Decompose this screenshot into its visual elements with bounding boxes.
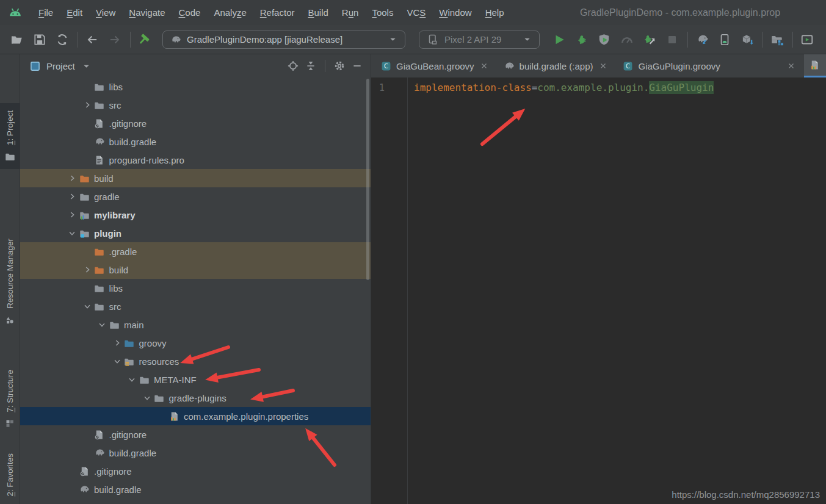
chevron-right-icon[interactable]	[65, 174, 79, 182]
close-icon[interactable]	[786, 61, 796, 71]
build-hammer-button[interactable]	[136, 31, 153, 48]
close-icon[interactable]	[479, 61, 489, 71]
sdk-manager-button[interactable]	[739, 31, 756, 48]
tree-item-label: .gradle	[109, 247, 137, 257]
chevron-right-icon[interactable]	[65, 211, 79, 219]
attach-debugger-button[interactable]	[641, 31, 658, 48]
chevron-down-icon[interactable]	[81, 302, 94, 311]
tree-item-main[interactable]: main	[20, 315, 371, 334]
chevron-right-icon[interactable]	[81, 265, 94, 274]
tree-item-libs[interactable]: libs	[20, 279, 371, 297]
sync-icon	[56, 33, 69, 46]
back-button[interactable]	[84, 31, 101, 48]
menu-view[interactable]: View	[89, 7, 122, 18]
project-structure-button[interactable]	[769, 31, 786, 48]
tree-item-gradle-plugins[interactable]: gradle-plugins	[20, 389, 371, 407]
menu-navigate[interactable]: Navigate	[122, 7, 172, 18]
tree-item-label: .gitignore	[109, 430, 147, 440]
tool-window-tab-project[interactable]: 1: Project	[0, 103, 20, 169]
project-scrollbar-thumb[interactable]	[366, 79, 369, 280]
running-devices-button[interactable]	[799, 31, 816, 48]
tree-item--gitignore[interactable]: .gitignore	[20, 114, 371, 132]
window-title: GradlePluginDemo - com.example.plugin.pr…	[580, 0, 780, 25]
collapse-all-icon[interactable]	[305, 60, 317, 72]
tool-window-tab-resource-manager[interactable]: Resource Manager	[0, 231, 20, 332]
chevron-down-icon[interactable]	[82, 62, 91, 71]
menu-file[interactable]: File	[32, 7, 60, 18]
chevron-down-icon[interactable]	[140, 394, 154, 402]
tree-item-label: resources	[139, 356, 179, 367]
editor-tab-build-gradle-app-[interactable]: build.gradle (:app)	[496, 54, 615, 77]
tree-item-mylibrary[interactable]: mylibrary	[20, 206, 371, 224]
tool-window-tab-structure[interactable]: 7: Structure	[0, 362, 20, 436]
chevron-down-icon[interactable]	[125, 375, 139, 384]
menu-window[interactable]: Window	[432, 7, 478, 18]
tree-item[interactable]	[20, 499, 371, 504]
chevron-down-icon[interactable]	[65, 229, 79, 237]
chevron-down-icon[interactable]	[95, 320, 109, 329]
tool-window-tab-favorites[interactable]: 2: Favorites	[0, 446, 20, 504]
hide-panel-icon[interactable]	[351, 60, 363, 72]
settings-gear-icon[interactable]	[333, 60, 346, 72]
menu-build[interactable]: Build	[301, 7, 335, 18]
tree-item-build-gradle[interactable]: build.gradle	[20, 444, 371, 462]
tree-item--gitignore[interactable]: .gitignore	[20, 462, 371, 480]
coverage-button[interactable]	[596, 31, 613, 48]
tree-item--gradle[interactable]: .gradle	[20, 242, 371, 261]
menu-analyze[interactable]: Analyze	[207, 7, 253, 18]
code-line[interactable]: implementation-class=com.example.plugin.…	[408, 77, 714, 504]
debug-button[interactable]	[573, 31, 590, 48]
tool-window-strip: 1: ProjectResource Manager7: Structure2:…	[0, 54, 20, 504]
tree-item-resources[interactable]: resources	[20, 352, 371, 370]
menu-run[interactable]: Run	[335, 7, 366, 18]
run-button[interactable]	[551, 31, 568, 48]
menu-edit[interactable]: Edit	[60, 7, 89, 18]
close-icon[interactable]	[598, 61, 608, 71]
tree-item-label: libs	[109, 283, 123, 293]
menu-help[interactable]: Help	[479, 7, 511, 18]
open-project-button[interactable]	[9, 31, 26, 48]
chevron-right-icon[interactable]	[81, 101, 94, 109]
tree-item-build[interactable]: build	[20, 169, 371, 187]
tree-item-src[interactable]: src	[20, 96, 371, 114]
menu-code[interactable]: Code	[172, 7, 208, 18]
run-configuration-select[interactable]: GradlePluginDemo:app [jiaguRelease]	[162, 31, 405, 49]
gradle-sync-button[interactable]	[694, 31, 711, 48]
editor-body[interactable]: 1 implementation-class=com.example.plugi…	[371, 77, 826, 504]
resource-manager-icon	[5, 315, 15, 325]
text-file-icon	[94, 154, 105, 165]
tree-item-build[interactable]: build	[20, 261, 371, 279]
editor-tab-giaguplugin-groovy[interactable]: CGiaGuPlugin.groovy	[615, 54, 803, 77]
attach-debugger-icon	[643, 33, 656, 46]
sync-button[interactable]	[54, 31, 71, 48]
tree-item-build-gradle[interactable]: build.gradle	[20, 132, 371, 151]
tree-item-build-gradle[interactable]: build.gradle	[20, 480, 371, 499]
save-all-button[interactable]	[31, 31, 48, 48]
tree-item-src[interactable]: src	[20, 297, 371, 315]
menu-vcs[interactable]: VCS	[400, 7, 432, 18]
device-select[interactable]: Pixel 2 API 29	[419, 31, 540, 49]
tree-item-meta-inf[interactable]: META-INF	[20, 370, 371, 389]
menu-refactor[interactable]: Refactor	[253, 7, 302, 18]
chevron-down-icon	[523, 35, 532, 44]
editor-tab-giagubean-groovy[interactable]: CGiaGuBean.groovy	[373, 54, 496, 77]
tree-item-groovy[interactable]: groovy	[20, 334, 371, 352]
project-view-selector[interactable]: Project	[46, 61, 75, 71]
project-tool-window: Project libssrc.gitignorebuild.gradlepro…	[20, 54, 371, 504]
folder-icon	[139, 374, 150, 385]
chevron-right-icon[interactable]	[110, 339, 124, 347]
editor-tab-active-partial[interactable]	[804, 54, 826, 77]
tree-item-libs[interactable]: libs	[20, 77, 371, 96]
avd-manager-button[interactable]	[716, 31, 733, 48]
tree-item-label: build.gradle	[109, 137, 157, 147]
tree-item-com-example-plugin-properties[interactable]: com.example.plugin.properties	[20, 407, 371, 425]
chevron-down-icon[interactable]	[110, 357, 124, 365]
tree-item--gitignore[interactable]: .gitignore	[20, 425, 371, 444]
menu-tools[interactable]: Tools	[365, 7, 400, 18]
tree-item-proguard-rules-pro[interactable]: proguard-rules.pro	[20, 151, 371, 169]
tree-item-plugin[interactable]: plugin	[20, 224, 371, 242]
locate-file-icon[interactable]	[287, 60, 299, 72]
chevron-right-icon[interactable]	[65, 192, 79, 201]
tree-item-gradle[interactable]: gradle	[20, 187, 371, 206]
properties-file-icon	[168, 411, 179, 422]
